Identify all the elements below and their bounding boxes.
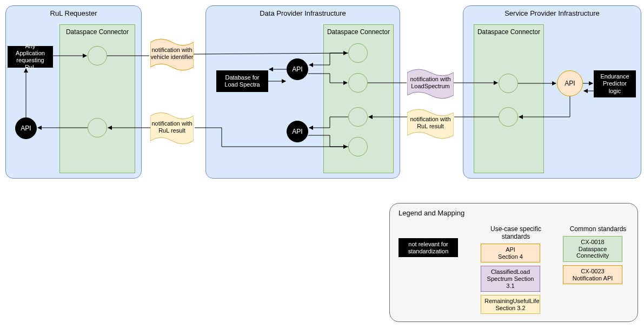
connector-dp-title: Dataspace Connector [324, 28, 393, 36]
dp-port-3 [348, 107, 368, 127]
rul-api-circle: API [15, 117, 37, 139]
legend-cx23: CX-0023 Notification API [563, 265, 622, 284]
connector-sp: Dataspace Connector [474, 24, 544, 173]
legend-cls-text: ClassifiedLoad Spectrum Section 3.1 [487, 268, 534, 288]
sp-api-circle: API [557, 70, 583, 96]
connector-rul-title: Dataspace Connector [60, 28, 135, 36]
legend-rul-text: RemainingUsefulLife Section 3.2 [484, 298, 540, 311]
notif-loadspectrum-text: notification with LoadSpectrum [410, 76, 450, 89]
dp-api-2: API [287, 121, 308, 142]
dp-api-1: API [287, 58, 308, 80]
legend-api: API Section 4 [481, 244, 540, 263]
rul-port-bottom [88, 118, 107, 137]
zone-dp-title: Data Provider Infrastructure [206, 9, 400, 17]
zone-rul-title: RuL Requester [6, 9, 141, 17]
endurance-block: Endurance Predictor logic [594, 70, 636, 97]
notif-rul-right: notification with RuL result [407, 109, 454, 137]
dp-port-1 [348, 43, 368, 63]
notif-vehicle-id-text: notification with vehicle identifier [151, 47, 194, 60]
legend-not-relevant-text: not relevant for standardization [408, 241, 449, 254]
legend-title: Legend and Mapping [399, 209, 464, 217]
sp-port-bottom [499, 107, 518, 127]
notif-vehicle-id: notification with vehicle identifier [150, 40, 194, 69]
notif-rul-left: notification with RuL result [150, 114, 194, 143]
notif-rul-left-text: notification with RuL result [151, 120, 192, 134]
legend-rul: RemainingUsefulLife Section 3.2 [481, 295, 540, 314]
sp-api-label: API [565, 80, 575, 87]
database-block: Database for Load Spectra [216, 70, 268, 92]
any-application-block: Any Application requesting RuL [8, 46, 53, 68]
endurance-label: Endurance Predictor logic [596, 73, 633, 95]
legend-panel: Legend and Mapping not relevant for stan… [389, 203, 638, 322]
legend-cx23-text: CX-0023 Notification API [573, 268, 613, 281]
dp-api-1-label: API [292, 65, 302, 73]
dp-port-4 [348, 137, 368, 156]
legend-cx18-text: CX-0018 Dataspace Connectivity [576, 239, 609, 259]
database-label: Database for Load Spectra [219, 74, 265, 88]
sp-port-top [499, 74, 518, 93]
legend-usecase-heading: Use-case specific standards [481, 225, 551, 240]
rul-api-label: API [21, 124, 31, 132]
connector-sp-title: Dataspace Connector [474, 28, 543, 36]
zone-sp-title: Service Provider Infrastructure [463, 9, 641, 17]
legend-cx18: CX-0018 Dataspace Connectivity [563, 236, 622, 262]
notif-rul-right-text: notification with RuL result [410, 116, 450, 129]
legend-cls: ClassifiedLoad Spectrum Section 3.1 [481, 266, 540, 292]
dp-port-2 [348, 73, 368, 93]
legend-common-heading: Common standards [563, 225, 633, 233]
dp-api-2-label: API [292, 128, 302, 135]
legend-not-relevant: not relevant for standardization [399, 238, 458, 257]
notif-loadspectrum: notification with LoadSpectrum [407, 69, 454, 97]
rul-port-top [88, 46, 107, 65]
legend-api-text: API Section 4 [498, 246, 523, 260]
any-application-label: Any Application requesting RuL [10, 43, 50, 71]
